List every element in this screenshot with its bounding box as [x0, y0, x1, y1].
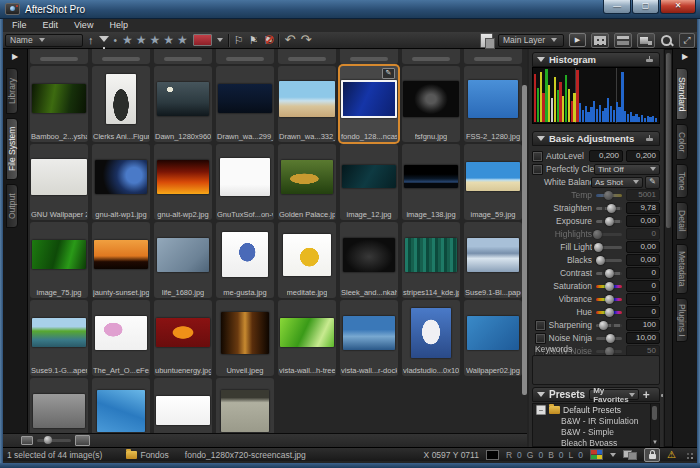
highlights-value[interactable]: 0 [626, 228, 660, 240]
resize-grip[interactable] [685, 451, 693, 459]
thumbnail-cell[interactable] [30, 49, 88, 64]
sort-by-select[interactable]: Name [5, 34, 83, 47]
thumbnail-cell[interactable]: Bamboo_2...ysha.jpg [30, 66, 88, 142]
slideshow-icon[interactable]: ▶ [569, 33, 586, 47]
title-bar[interactable]: AfterShot Pro — ▢ ✕ [0, 0, 700, 19]
star-icon[interactable]: ★ [122, 33, 133, 47]
thumbnail-cell[interactable]: vista-wall...h-tree.jpg [278, 300, 336, 376]
star-icon[interactable]: ★ [136, 33, 147, 47]
temp-slider[interactable] [596, 194, 622, 197]
exposure-slider[interactable] [596, 220, 622, 223]
thumbnail-cell[interactable] [340, 49, 398, 64]
slider-knob[interactable] [607, 204, 616, 213]
highlights-slider[interactable] [596, 233, 622, 236]
thumbnail-cell[interactable]: Clerks Ani...Figure.jpg [92, 66, 150, 142]
raw-noise-slider[interactable] [596, 350, 622, 353]
thumbnail-cell[interactable]: image_59.jpg [464, 144, 522, 220]
thumbnail-size-slider[interactable] [37, 439, 71, 442]
preview-view-icon[interactable] [637, 33, 655, 48]
thumbnail-view-icon[interactable] [591, 33, 609, 48]
noise-ninja-slider[interactable] [596, 337, 622, 340]
preset-item[interactable]: B&W - Simple [533, 426, 659, 437]
tab-detail[interactable]: Detail [676, 202, 688, 240]
thumbnail-cell[interactable] [464, 49, 522, 64]
close-button[interactable]: ✕ [660, 0, 696, 14]
scrollbar-thumb[interactable] [652, 406, 657, 420]
white-balance-select[interactable]: As Shot [591, 177, 643, 188]
pin-icon[interactable] [645, 55, 655, 65]
preset-item[interactable]: Bleach Bypass [533, 437, 659, 447]
slider-knob[interactable] [593, 230, 602, 239]
pin-icon[interactable] [645, 134, 655, 144]
thumbnail-cell[interactable]: gnu-alt-wp2.jpg [154, 144, 212, 220]
histogram-header[interactable]: Histogram [532, 52, 660, 67]
thumbnail-cell[interactable]: me-gusta.jpg [216, 222, 274, 298]
thumbnail-cell[interactable] [154, 378, 212, 433]
slider-knob[interactable] [596, 256, 605, 265]
thumbnail-cell[interactable]: stripes114_kde.jpg [402, 222, 460, 298]
star-icon[interactable]: ★ [177, 33, 188, 47]
presets-header[interactable]: Presets My Favorites + [532, 387, 660, 402]
menu-item-view[interactable]: View [66, 19, 101, 32]
star-rating-filter[interactable]: ★★★★★ [122, 33, 188, 47]
collapse-icon[interactable] [537, 57, 545, 62]
slider-knob[interactable] [605, 217, 614, 226]
lock-toggle[interactable] [644, 448, 660, 462]
color-label-dropdown-icon[interactable] [217, 38, 223, 42]
thumbnail-cell[interactable]: GnuTuxSof...on-v1.jpg [216, 144, 274, 220]
thumbnail-cell[interactable]: meditate.jpg [278, 222, 336, 298]
color-profile-icon[interactable] [590, 449, 603, 460]
slider-knob[interactable] [605, 295, 614, 304]
sharpening-slider[interactable] [596, 324, 622, 327]
layer-select[interactable]: Main Layer [498, 34, 564, 47]
star-icon[interactable]: ★ [150, 33, 161, 47]
slider-knob[interactable] [594, 243, 603, 252]
maximize-button[interactable]: ▢ [632, 0, 659, 14]
autolevel-checkbox[interactable] [532, 151, 543, 162]
thumbnail-cell[interactable]: image_12.jpg [340, 144, 398, 220]
tab-color[interactable]: Color [676, 124, 688, 160]
straighten-slider[interactable] [596, 207, 622, 210]
rating-none-icon[interactable]: • [114, 35, 118, 46]
fill-light-value[interactable]: 0,00 [626, 241, 660, 253]
thumbnail-cell[interactable]: FSS-2_1280.jpg [464, 66, 522, 142]
vibrance-value[interactable]: 0 [626, 293, 660, 305]
scroll-down-icon[interactable]: ▼ [651, 438, 659, 446]
noise-ninja-value[interactable]: 10,00 [626, 332, 660, 344]
slider-knob[interactable] [605, 269, 614, 278]
scrollbar-thumb[interactable] [666, 53, 671, 228]
thumbnail-cell[interactable]: image_75.jpg [30, 222, 88, 298]
rail-collapse-icon[interactable]: ▶ [3, 49, 27, 64]
collapse-icon[interactable] [537, 392, 545, 397]
tab-metadata[interactable]: Metadata [676, 244, 688, 294]
tab-plugins-i[interactable]: Plugins I [676, 298, 688, 342]
fill-light-slider[interactable] [596, 246, 622, 249]
thumbnail-cell[interactable]: Golden Palace.jpg [278, 144, 336, 220]
presets-favorites-select[interactable]: My Favorites [589, 389, 639, 400]
saturation-slider[interactable] [596, 285, 622, 288]
sharpening-checkbox[interactable] [535, 320, 546, 331]
thumbnail-cell[interactable]: vladstudio...0x1024.jpg [402, 300, 460, 376]
thumbnail-cell[interactable]: fsfgnu.jpg [402, 66, 460, 142]
star-icon[interactable]: ★ [163, 33, 174, 47]
fullscreen-icon[interactable]: ⤢ [679, 33, 695, 48]
thumbnail-cell[interactable] [92, 378, 150, 433]
autolevel-black-value[interactable]: 0,200 [589, 150, 623, 162]
thumbnail-cell[interactable]: Suse9.1-Bl...papers.jpg [464, 222, 522, 298]
current-folder[interactable]: Fondos [126, 450, 168, 460]
contrast-slider[interactable] [596, 272, 622, 275]
thumbnail-cell[interactable]: Drawn_wa...332_.jpg [278, 66, 336, 142]
straighten-value[interactable]: 9,78 [626, 202, 660, 214]
rotate-right-icon[interactable]: ↷ [300, 33, 311, 47]
expander-icon[interactable]: – [536, 405, 546, 415]
thumbnail-cell[interactable] [278, 49, 336, 64]
slider-knob[interactable] [605, 282, 614, 291]
magnifier-icon[interactable] [660, 34, 674, 47]
presets-scrollbar[interactable]: ▼ [650, 404, 659, 446]
flag-unflag-icon[interactable]: ⚑✕ [249, 33, 259, 47]
saturation-value[interactable]: 0 [626, 280, 660, 292]
thumbnail-cell[interactable] [30, 378, 88, 433]
split-view-icon[interactable] [614, 33, 632, 48]
preset-item[interactable]: B&W - IR Simulation [533, 415, 659, 426]
tab-file-system[interactable]: File System [6, 118, 18, 180]
